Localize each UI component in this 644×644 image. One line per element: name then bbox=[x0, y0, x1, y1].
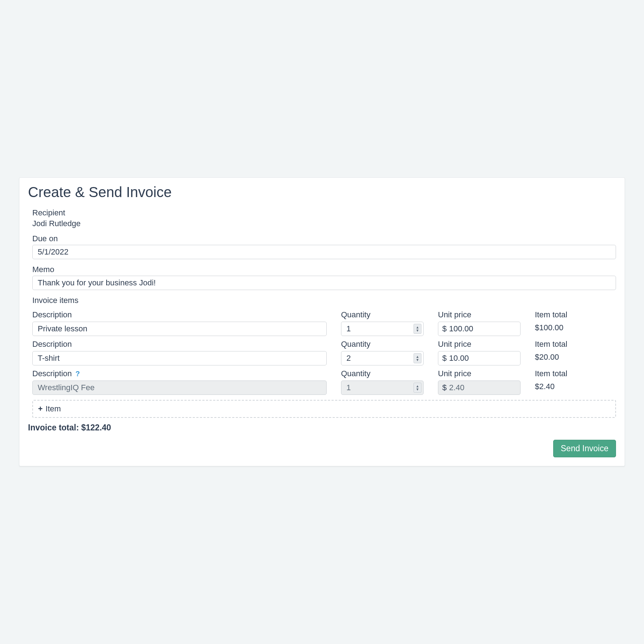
memo-input[interactable] bbox=[32, 276, 616, 290]
add-item-button[interactable]: + Item bbox=[32, 400, 616, 418]
invoice-items-section: Invoice items bbox=[28, 296, 616, 305]
invoice-item-row: Description Quantity Unit price $ Item t… bbox=[28, 340, 616, 365]
chevron-down-icon bbox=[416, 358, 419, 361]
item-total-value: $20.00 bbox=[535, 353, 616, 362]
help-icon[interactable]: ? bbox=[75, 370, 80, 378]
invoice-items-label: Invoice items bbox=[32, 296, 616, 305]
unit-price-input bbox=[438, 381, 521, 395]
due-on-input[interactable] bbox=[32, 245, 616, 259]
item-total-value: $2.40 bbox=[535, 382, 616, 391]
invoice-item-row: Description ? Quantity Unit price $ Item… bbox=[28, 369, 616, 395]
recipient-name: Jodi Rutledge bbox=[32, 219, 81, 228]
invoice-total-label: Invoice total: bbox=[28, 423, 81, 432]
page-title: Create & Send Invoice bbox=[28, 184, 616, 200]
description-label: Description ? bbox=[32, 369, 327, 378]
item-total-label: Item total bbox=[535, 310, 616, 319]
quantity-label: Quantity bbox=[341, 369, 424, 378]
unit-price-label: Unit price bbox=[438, 369, 521, 378]
description-input[interactable] bbox=[32, 351, 327, 365]
plus-icon: + bbox=[38, 405, 43, 413]
item-total-value: $100.00 bbox=[535, 323, 616, 332]
send-invoice-button[interactable]: Send Invoice bbox=[553, 440, 616, 457]
description-label: Description bbox=[32, 310, 327, 319]
item-total-label: Item total bbox=[535, 340, 616, 349]
unit-price-label: Unit price bbox=[438, 310, 521, 319]
quantity-input[interactable] bbox=[341, 322, 424, 336]
unit-price-input[interactable] bbox=[438, 322, 521, 336]
currency-symbol: $ bbox=[442, 383, 447, 392]
invoice-total-value: $122.40 bbox=[81, 423, 111, 432]
recipient-section: Recipient Jodi Rutledge bbox=[28, 208, 616, 228]
unit-price-label: Unit price bbox=[438, 340, 521, 349]
quantity-label: Quantity bbox=[341, 340, 424, 349]
chevron-down-icon bbox=[416, 388, 419, 391]
quantity-stepper[interactable] bbox=[414, 324, 421, 334]
currency-symbol: $ bbox=[442, 324, 447, 333]
description-label: Description bbox=[32, 340, 327, 349]
memo-label: Memo bbox=[32, 265, 616, 274]
quantity-input bbox=[341, 381, 424, 395]
due-on-section: Due on bbox=[28, 234, 616, 259]
recipient-label: Recipient bbox=[32, 208, 616, 218]
unit-price-input[interactable] bbox=[438, 351, 521, 365]
invoice-total: Invoice total: $122.40 bbox=[28, 423, 616, 433]
currency-symbol: $ bbox=[442, 354, 447, 363]
quantity-stepper bbox=[414, 383, 421, 393]
quantity-stepper[interactable] bbox=[414, 353, 421, 363]
chevron-down-icon bbox=[416, 329, 419, 332]
invoice-panel: Create & Send Invoice Recipient Jodi Rut… bbox=[19, 177, 625, 466]
due-on-label: Due on bbox=[32, 234, 616, 243]
item-total-label: Item total bbox=[535, 369, 616, 378]
description-input bbox=[32, 381, 327, 395]
memo-section: Memo bbox=[28, 265, 616, 290]
quantity-label: Quantity bbox=[341, 310, 424, 319]
quantity-input[interactable] bbox=[341, 351, 424, 365]
description-input[interactable] bbox=[32, 322, 327, 336]
add-item-label: Item bbox=[46, 404, 61, 414]
invoice-item-row: Description Quantity Unit price $ Item t… bbox=[28, 310, 616, 336]
